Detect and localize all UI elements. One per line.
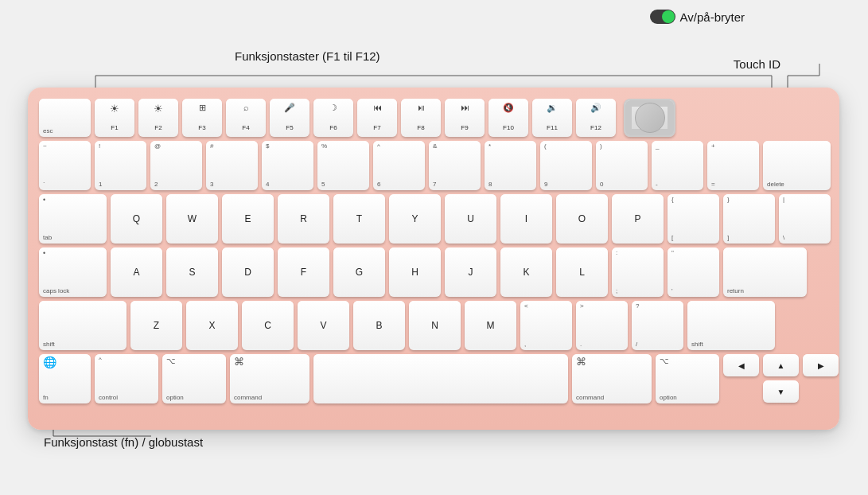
key-f1-icon: ☀	[110, 103, 119, 114]
key-equals[interactable]: + =	[707, 141, 759, 190]
key-d[interactable]: D	[222, 248, 274, 297]
key-s[interactable]: S	[166, 248, 218, 297]
arrow-cluster: ◀ ▲ ▼ ▶	[723, 354, 839, 403]
key-arrow-down[interactable]: ▼	[763, 380, 799, 403]
key-f7-icon: ⏮	[373, 103, 382, 112]
key-semicolon[interactable]: : ;	[612, 248, 664, 297]
key-5[interactable]: % 5	[317, 141, 369, 190]
key-x[interactable]: X	[186, 301, 238, 350]
toggle-track[interactable]	[650, 10, 675, 24]
touch-id-button[interactable]	[624, 99, 675, 137]
key-l[interactable]: L	[556, 248, 608, 297]
key-f4-icon: ⌕	[243, 103, 249, 112]
key-g[interactable]: G	[333, 248, 385, 297]
key-f3-label: F3	[198, 125, 205, 132]
key-arrow-up[interactable]: ▲	[763, 354, 799, 376]
key-2[interactable]: @ 2	[150, 141, 202, 190]
key-return[interactable]: return	[723, 248, 807, 297]
key-c[interactable]: C	[242, 301, 294, 350]
key-tab[interactable]: • tab	[39, 194, 107, 244]
asdf-row: • caps lock A S D F G H J K L : ; " ' re…	[39, 248, 828, 297]
key-j[interactable]: J	[445, 248, 496, 297]
key-bracket-open[interactable]: { [	[668, 194, 719, 244]
key-slash[interactable]: ? /	[632, 301, 683, 350]
key-4[interactable]: $ 4	[262, 141, 313, 190]
key-f11[interactable]: 🔉 F11	[532, 99, 572, 137]
key-f10-icon: 🔇	[503, 103, 514, 112]
key-arrow-right[interactable]: ▶	[803, 354, 839, 376]
key-backtick[interactable]: ~ `	[39, 141, 91, 190]
touch-id-sensor	[635, 103, 665, 133]
key-option-left[interactable]: ⌥ option	[162, 354, 226, 403]
key-f11-label: F11	[547, 125, 558, 132]
key-u[interactable]: U	[445, 194, 496, 244]
key-n[interactable]: N	[409, 301, 461, 350]
key-esc[interactable]: esc	[39, 99, 91, 137]
key-0[interactable]: ) 0	[596, 141, 648, 190]
key-f10-label: F10	[503, 125, 514, 132]
key-6[interactable]: ^ 6	[373, 141, 425, 190]
key-f8-icon: ⏯	[417, 103, 426, 112]
key-space[interactable]	[313, 354, 568, 403]
key-shift-left[interactable]: shift	[39, 301, 127, 350]
key-command-right[interactable]: ⌘ command	[572, 354, 652, 403]
key-f4[interactable]: ⌕ F4	[226, 99, 266, 137]
key-o[interactable]: O	[556, 194, 608, 244]
number-row: ~ ` ! 1 @ 2 # 3 $ 4 % 5 ^ 6 & 7	[39, 141, 828, 190]
key-1[interactable]: ! 1	[95, 141, 146, 190]
key-f2[interactable]: ☀ F2	[138, 99, 178, 137]
key-7[interactable]: & 7	[429, 141, 481, 190]
key-a[interactable]: A	[111, 248, 162, 297]
key-f9[interactable]: ⏭ F9	[445, 99, 485, 137]
key-command-left[interactable]: ⌘ command	[230, 354, 309, 403]
key-f2-label: F2	[154, 125, 162, 132]
key-f6[interactable]: ☽ F6	[313, 99, 353, 137]
key-9[interactable]: ( 9	[540, 141, 592, 190]
key-q[interactable]: Q	[111, 194, 162, 244]
key-option-right[interactable]: ⌥ option	[656, 354, 719, 403]
key-f12[interactable]: 🔊 F12	[576, 99, 616, 137]
key-3[interactable]: # 3	[206, 141, 258, 190]
touch-id-label: Touch ID	[734, 57, 780, 71]
key-b[interactable]: B	[353, 301, 405, 350]
key-k[interactable]: K	[500, 248, 552, 297]
key-t[interactable]: T	[333, 194, 385, 244]
fn-key-row: esc ☀ F1 ☀ F2 ⊞ F3 ⌕ F4 🎤 F5 ☽ F6	[39, 99, 828, 137]
key-f12-label: F12	[590, 125, 601, 132]
key-w[interactable]: W	[166, 194, 218, 244]
key-f6-label: F6	[329, 125, 337, 132]
key-f8[interactable]: ⏯ F8	[401, 99, 441, 137]
key-control[interactable]: ^ control	[95, 354, 158, 403]
key-comma[interactable]: < ,	[520, 301, 572, 350]
key-i[interactable]: I	[500, 194, 552, 244]
key-m[interactable]: M	[465, 301, 516, 350]
key-y[interactable]: Y	[389, 194, 441, 244]
key-minus[interactable]: _ -	[652, 141, 703, 190]
key-f1-label: F1	[111, 125, 118, 132]
key-h[interactable]: H	[389, 248, 441, 297]
key-r[interactable]: R	[278, 194, 329, 244]
key-f[interactable]: F	[278, 248, 329, 297]
key-backslash[interactable]: | \	[779, 194, 831, 244]
key-e[interactable]: E	[222, 194, 274, 244]
key-shift-right[interactable]: shift	[687, 301, 775, 350]
key-p[interactable]: P	[612, 194, 664, 244]
key-8[interactable]: * 8	[485, 141, 536, 190]
key-capslock[interactable]: • caps lock	[39, 248, 107, 297]
key-arrow-left[interactable]: ◀	[723, 354, 759, 376]
key-delete[interactable]: delete	[763, 141, 831, 190]
key-f3[interactable]: ⊞ F3	[182, 99, 222, 137]
key-f7[interactable]: ⏮ F7	[357, 99, 397, 137]
key-v[interactable]: V	[298, 301, 349, 350]
key-f10[interactable]: 🔇 F10	[488, 99, 528, 137]
qwerty-row: • tab Q W E R T Y U I O P { [ } ] | \	[39, 194, 828, 244]
key-f5[interactable]: 🎤 F5	[270, 99, 309, 137]
key-z[interactable]: Z	[130, 301, 182, 350]
key-bracket-close[interactable]: } ]	[723, 194, 775, 244]
key-f1[interactable]: ☀ F1	[95, 99, 134, 137]
key-quote[interactable]: " '	[668, 248, 719, 297]
key-fn-globe[interactable]: 🌐 fn	[39, 354, 91, 403]
toggle-knob	[662, 10, 675, 23]
key-period[interactable]: > .	[576, 301, 628, 350]
power-switch-area[interactable]: Av/på-bryter	[650, 10, 745, 24]
